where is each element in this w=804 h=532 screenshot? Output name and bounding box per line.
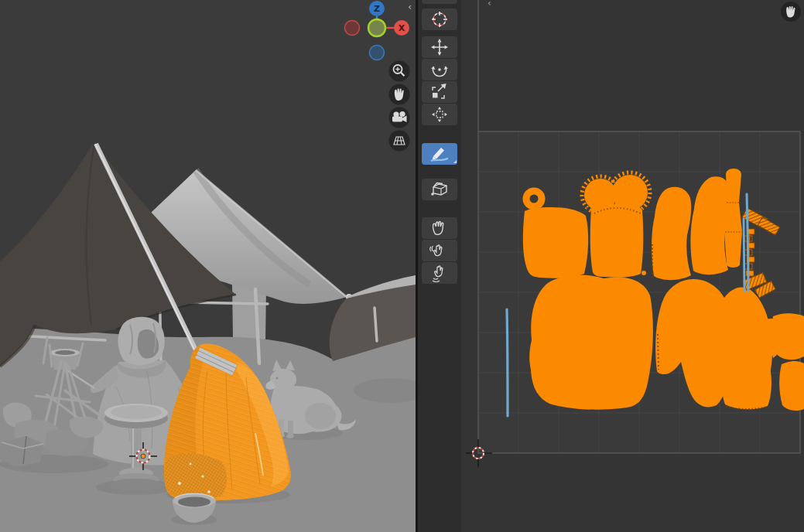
tool-annotate[interactable] bbox=[422, 143, 457, 165]
viewport-3d[interactable]: Z X bbox=[0, 0, 416, 532]
gizmo-minus-x-ball[interactable] bbox=[345, 21, 360, 36]
uv-island-bottom-square[interactable] bbox=[721, 363, 771, 409]
uv-island-dot[interactable] bbox=[676, 273, 679, 276]
uv-island-right-edge-a[interactable] bbox=[771, 313, 804, 360]
uv-island-bamboo-strip[interactable] bbox=[724, 169, 742, 268]
subtool-indicator bbox=[453, 160, 457, 163]
uv-island-right-edge-b[interactable] bbox=[779, 361, 804, 411]
pinch-fingers-icon bbox=[422, 262, 457, 284]
tool-rotate[interactable] bbox=[422, 59, 457, 80]
pencil-icon bbox=[422, 143, 457, 165]
uv-canvas[interactable] bbox=[418, 0, 804, 532]
toolbar-collapse-arrow[interactable]: ‹ bbox=[488, 0, 491, 9]
gizmo-y-ball[interactable] bbox=[368, 19, 385, 36]
rip-box-icon bbox=[422, 179, 457, 200]
tool-grab[interactable] bbox=[422, 217, 457, 239]
relax-fingers-icon bbox=[422, 240, 457, 261]
scale-arrow-icon bbox=[422, 81, 457, 103]
sidebar-collapse-arrow[interactable]: ‹ bbox=[408, 1, 412, 12]
gizmo-minus-z-ball[interactable] bbox=[370, 46, 385, 60]
perspective-grid-button[interactable] bbox=[389, 131, 410, 152]
tool-rip-region[interactable] bbox=[422, 179, 457, 200]
cursor-crosshair-icon bbox=[422, 9, 457, 30]
transform-box-icon bbox=[422, 104, 457, 125]
tool-scale[interactable] bbox=[422, 81, 457, 103]
pan-button[interactable] bbox=[389, 84, 410, 105]
blender-window: Z X bbox=[0, 0, 804, 532]
gizmo-x-label: X bbox=[399, 23, 405, 33]
uv-island-big-blob[interactable] bbox=[529, 275, 653, 409]
camera-view-button[interactable] bbox=[389, 107, 410, 128]
viewport-3d-canvas[interactable]: Z X bbox=[0, 0, 416, 532]
uv-pan-button[interactable] bbox=[781, 2, 801, 22]
uv-toolbar bbox=[418, 0, 461, 532]
uv-island-dot[interactable] bbox=[641, 271, 646, 275]
move-arrows-icon bbox=[422, 36, 457, 58]
uv-editor[interactable]: ‹ bbox=[418, 0, 804, 532]
tool-move[interactable] bbox=[422, 36, 457, 58]
zoom-button[interactable] bbox=[389, 61, 410, 82]
gizmo-z-label: Z bbox=[374, 4, 380, 14]
grab-hand-icon bbox=[422, 217, 457, 239]
uv-island-column[interactable] bbox=[590, 204, 644, 278]
rotate-arrows-icon bbox=[422, 59, 457, 80]
tool-relax[interactable] bbox=[422, 240, 457, 261]
tool-cursor[interactable] bbox=[422, 9, 457, 30]
tool-pinch[interactable] bbox=[422, 262, 457, 284]
tool-transform[interactable] bbox=[422, 104, 457, 125]
tool-select-lasso-partial[interactable] bbox=[422, 0, 457, 4]
